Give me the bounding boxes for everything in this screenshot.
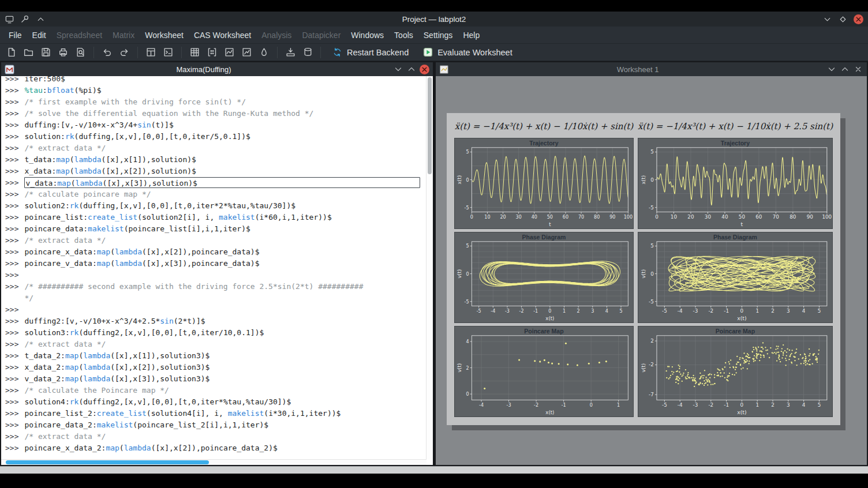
code-line: >>> <box>5 304 424 316</box>
menu-settings[interactable]: Settings <box>418 28 458 42</box>
new-matrix-button[interactable] <box>204 45 220 60</box>
cas-vscrollbar[interactable] <box>426 76 433 460</box>
new-workbook-button[interactable] <box>143 45 159 60</box>
code-line-text: /* extract data */ <box>24 142 106 153</box>
svg-text:70: 70 <box>578 214 584 220</box>
worksheet-collapse-icon[interactable] <box>826 64 837 74</box>
print-preview-button[interactable] <box>73 45 88 60</box>
menu-windows[interactable]: Windows <box>346 28 389 42</box>
menu-spreadsheet[interactable]: Spreadsheet <box>51 28 107 42</box>
code-line-text: %tau:bfloat(%pi)$ <box>24 85 101 96</box>
worksheet-view[interactable]: ẍ(t) = −1/4x³(t) + x(t) − 1/10ẋ(t) + sin… <box>436 76 867 465</box>
code-line: >>>/* calculate the Poincare map */ <box>5 385 424 396</box>
cas-expand-icon[interactable] <box>406 64 417 74</box>
cas-collapse-icon[interactable] <box>393 64 403 74</box>
save-button[interactable] <box>38 45 54 60</box>
redo-button[interactable] <box>117 45 132 60</box>
new-spreadsheet-button[interactable] <box>187 45 203 60</box>
cas-code-area[interactable]: >>>iter:500$>>>%tau:bfloat(%pi)$>>>/* fi… <box>1 76 433 465</box>
svg-text:-2: -2 <box>649 362 654 368</box>
svg-text:-3: -3 <box>505 308 510 314</box>
cas-titlebar[interactable]: Maxima(Duffing) <box>1 62 433 76</box>
svg-text:2: 2 <box>577 308 580 314</box>
plot-canvas: -5-4-3-2-10123452-2-7x(t)v(t) <box>638 326 832 416</box>
menu-worksheet[interactable]: Worksheet <box>140 28 189 42</box>
prompt-label: >>> <box>5 421 18 429</box>
cas-close-icon[interactable] <box>420 65 429 74</box>
cas-hscrollbar[interactable] <box>1 459 426 465</box>
svg-text:x(t): x(t) <box>457 175 462 185</box>
shade-icon[interactable] <box>36 14 46 24</box>
svg-text:0: 0 <box>740 308 743 314</box>
code-line: >>>poincare_list:create_list(solution2[i… <box>5 212 424 223</box>
titlebar-left-buttons <box>5 14 57 24</box>
evaluate-worksheet-button[interactable]: Evaluate Worksheet <box>416 45 519 60</box>
prompt-label: >>> <box>5 97 18 106</box>
prompt-label: >>> <box>5 121 18 129</box>
svg-text:-4: -4 <box>491 308 495 314</box>
worksheet-titlebar[interactable]: Worksheet 1 <box>436 62 867 76</box>
worksheet-expand-icon[interactable] <box>840 64 850 74</box>
new-datapicker-button[interactable] <box>239 45 255 60</box>
print-button[interactable] <box>55 45 71 60</box>
plot-phase1[interactable]: Phase Diagram-5-4-3-2-1012345-505x(t)v(t… <box>454 232 634 323</box>
plot-trajectory1[interactable]: Trajectory0102030405060708090100-505tx(t… <box>454 138 634 229</box>
menu-matrix[interactable]: Matrix <box>107 28 140 42</box>
window-title: Project — labplot2 <box>57 15 811 24</box>
worksheet-close-icon[interactable] <box>853 64 863 74</box>
new-cantor-worksheet-button[interactable] <box>160 45 176 60</box>
ink-drop-button[interactable] <box>256 45 272 60</box>
menu-datapicker[interactable]: Datapicker <box>297 28 346 42</box>
code-line-text: duffing:[v,-v/10+x-x^3/4+sin(t)]$ <box>24 119 173 130</box>
statusbar <box>0 466 868 474</box>
prompt-label: >>> <box>5 282 18 291</box>
code-line: >>>iter:500$ <box>5 76 424 85</box>
plot-poincare2[interactable]: Poincare Map-5-4-3-2-10123452-2-7x(t)v(t… <box>638 326 833 417</box>
menu-edit[interactable]: Edit <box>27 28 51 42</box>
menu-help[interactable]: Help <box>458 28 485 42</box>
undo-icon <box>102 47 113 58</box>
new-worksheet-button[interactable] <box>222 45 237 60</box>
svg-text:80: 80 <box>790 214 796 220</box>
plot-phase2[interactable]: Phase Diagram-5-4-3-2-1012345-505x(t)v(t… <box>638 232 833 323</box>
app-icon[interactable] <box>5 14 14 24</box>
import-data-button[interactable] <box>283 45 298 60</box>
code-line-text: poincare_list_2:create_list(solution4[i]… <box>24 408 341 419</box>
code-line-text: solution:rk(duffing,[x,v],[0,0],[t,0,ite… <box>24 131 250 142</box>
code-line-text: */ <box>24 292 33 303</box>
menu-tools[interactable]: Tools <box>389 28 418 42</box>
code-line: >>>solution4:rk(duffing2,[x,v],[0,0],[t,… <box>5 396 424 408</box>
code-line: >>>v_data:map(lambda([x],x[3]),solution)… <box>5 177 424 189</box>
plot-title: Phase Diagram <box>455 234 633 241</box>
close-icon[interactable] <box>854 14 863 24</box>
import-sql-button[interactable] <box>300 45 316 60</box>
code-line: >>>/* extract data */ <box>5 142 424 154</box>
menu-cas-worksheet[interactable]: CAS Worksheet <box>189 28 256 42</box>
plot-canvas: -5-4-3-2-1012345-505x(t)v(t) <box>638 232 832 322</box>
prompt-label: >>> <box>5 259 18 268</box>
evaluate-worksheet-icon <box>422 47 433 58</box>
plot-title: Poincare Map <box>455 328 633 335</box>
plot-poincare1[interactable]: Poincare Map-4-3-2-101024x(t)v(t) <box>454 326 634 417</box>
plot-canvas: -5-4-3-2-1012345-505x(t)v(t) <box>455 232 633 322</box>
titlebar: Project — labplot2 <box>0 12 868 27</box>
open-button[interactable] <box>21 45 36 60</box>
code-line-text: poincare_x_data:map(lambda([x],x[2]),poi… <box>24 246 259 257</box>
maximize-icon[interactable] <box>838 14 848 24</box>
new-document-button[interactable] <box>3 45 19 60</box>
equation-left: ẍ(t) = −1/4x³(t) + x(t) − 1/10ẋ(t) + sin… <box>454 118 634 135</box>
cas-vscroll-thumb[interactable] <box>428 77 432 174</box>
svg-text:1: 1 <box>617 402 620 408</box>
menu-file[interactable]: File <box>3 28 27 42</box>
code-line-text: /* calculate poincare map */ <box>24 189 151 200</box>
code-line: >>>x_data:map(lambda([x],x[2]),solution)… <box>5 166 424 177</box>
restart-backend-button[interactable]: Restart Backend <box>326 45 415 60</box>
cas-hscroll-thumb[interactable] <box>6 460 209 464</box>
menu-analysis[interactable]: Analysis <box>256 28 297 42</box>
pin-icon[interactable] <box>20 14 30 24</box>
new-spreadsheet-icon <box>189 47 200 58</box>
minimize-icon[interactable] <box>822 14 832 24</box>
plot-trajectory2[interactable]: Trajectory0102030405060708090100-505tx(t… <box>638 138 833 229</box>
undo-button[interactable] <box>99 45 115 60</box>
worksheet-window: Worksheet 1 ẍ(t) = −1/4x³(t) + x(t) − 1/… <box>436 62 867 465</box>
